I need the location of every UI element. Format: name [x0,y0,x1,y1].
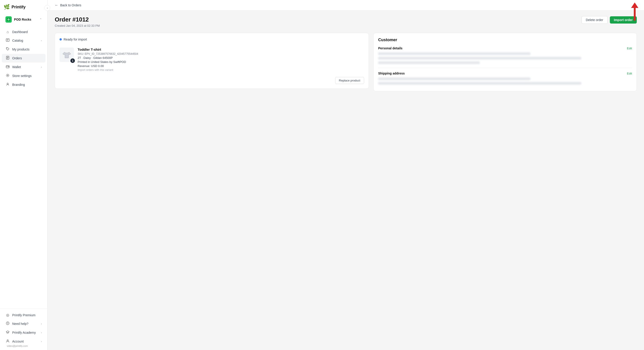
sidebar-item-store-settings[interactable]: Store settings [2,72,46,80]
sidebar-item-label: Wallet [12,65,39,69]
status-text: Ready for import [64,38,87,41]
chevron-right-icon: › [41,66,42,68]
sku-value: EPV_ID_7253897576632_42045775544504 [85,52,138,56]
account-icon [6,339,10,344]
chevron-right-icon: › [41,331,42,334]
main-content: ← Back to Orders Order #1012 Created Jan… [48,0,644,350]
page-created: Created Jan 04, 2023 at 02:33 PM [55,24,100,27]
svg-point-8 [6,322,9,325]
sidebar-item-label: Store settings [12,74,42,78]
academy-icon [6,330,10,335]
status-row: Ready for import [60,38,364,41]
store-chevron-icon: ⌃ [40,18,42,21]
content-area: Order #1012 Created Jan 04, 2023 at 02:3… [48,11,644,97]
chevron-right-icon: › [41,322,42,325]
store-icon [6,16,12,23]
sidebar-item-label: Dashboard [12,30,42,34]
chevron-right-icon: › [41,39,42,42]
chevron-right-icon: › [41,340,42,343]
premium-icon: ◎ [6,313,10,317]
personal-info-line-3 [378,61,480,64]
svg-point-6 [7,75,8,76]
personal-details-label: Personal details [378,47,402,50]
back-link-label: Back to Orders [60,4,81,7]
home-icon: ⌂ [6,30,10,34]
logo: 🌿 Printify [0,0,47,14]
personal-details-header: Personal details Edit [378,47,632,50]
back-arrow-icon: ← [55,3,58,7]
sidebar-item-printify-academy[interactable]: Printify Academy › [2,328,46,337]
logo-text: Printify [12,5,26,10]
sidebar-item-label: Catalog [12,39,39,42]
status-dot [60,38,62,41]
branding-icon [6,82,10,87]
header-actions: Delete order Import order [582,16,637,24]
sidebar-item-my-products[interactable]: My products [2,45,46,54]
help-icon [6,321,10,326]
delete-order-button[interactable]: Delete order [582,16,608,24]
sidebar: 🌿 Printify ‹ POD Rocks ⌃ ⌂ Dashboard Cat… [0,0,48,350]
shipping-address-header: Shipping address Edit [378,72,632,75]
product-name: Toddler T-shirt [78,48,364,51]
personal-details-edit-link[interactable]: Edit [627,47,632,50]
account-email: video@printify.com [7,344,47,348]
sku-label: SKU: [78,52,84,56]
sidebar-item-printify-premium[interactable]: ◎ Printify Premium [2,311,46,319]
import-order-button[interactable]: Import order [610,16,637,24]
top-bar: ← Back to Orders [48,0,644,11]
svg-point-7 [7,83,8,85]
settings-icon [6,74,10,78]
customer-title: Customer [378,38,632,42]
sidebar-collapse-button[interactable]: ‹ [44,5,50,11]
sidebar-item-orders[interactable]: Orders [2,54,46,63]
sidebar-item-dashboard[interactable]: ⌂ Dashboard [2,28,46,36]
svg-point-5 [8,67,9,67]
sidebar-item-label: Need help? [12,322,39,325]
product-sku: SKU: EPV_ID_7253897576632_42045775544504 [78,52,364,56]
store-selector[interactable]: POD Rocks ⌃ [2,14,46,25]
shipping-info-line-2 [378,82,581,85]
product-info: Toddler T-shirt SKU: EPV_ID_725389757663… [78,48,364,72]
sidebar-item-branding[interactable]: Branding [2,80,46,89]
sidebar-item-catalog[interactable]: Catalog › [2,36,46,45]
product-variant: 2T · Daisy · Gildan 64500P [78,56,364,60]
store-name: POD Rocks [14,18,37,21]
cards-row: Ready for import 1 Toddler T-shirt [55,33,637,91]
wallet-icon [6,65,10,69]
order-card: Ready for import 1 Toddler T-shirt [55,33,369,89]
customer-card: Customer Personal details Edit Shipping … [373,33,637,91]
replace-btn-row: Replace product [60,77,364,84]
page-title-section: Order #1012 Created Jan 04, 2023 at 02:3… [55,16,100,27]
page-header: Order #1012 Created Jan 04, 2023 at 02:3… [55,16,637,27]
product-revenue: Revenue: USD 0.00 [78,64,364,68]
orders-icon [6,56,10,61]
shipping-info-line-1 [378,77,530,80]
sidebar-item-need-help[interactable]: Need help? › [2,319,46,328]
svg-point-2 [7,48,7,49]
sidebar-item-label: Printify Premium [12,313,42,317]
sidebar-item-label: Printify Academy [12,331,39,334]
page-title: Order #1012 [55,16,100,23]
back-to-orders-link[interactable]: ← Back to Orders [55,3,81,7]
svg-point-10 [7,340,8,341]
main-nav: ⌂ Dashboard Catalog › My products Orders [0,27,47,308]
sidebar-item-wallet[interactable]: Wallet › [2,63,46,71]
product-row: 1 Toddler T-shirt SKU: EPV_ID_7253897576… [60,45,364,74]
product-quantity-badge: 1 [70,58,75,63]
svg-rect-1 [6,39,9,42]
sidebar-bottom: ◎ Printify Premium Need help? › Printify… [0,308,47,350]
sidebar-item-label: Branding [12,83,42,87]
tag-icon [6,47,10,52]
catalog-icon [6,38,10,43]
shipping-address-label: Shipping address [378,72,404,75]
personal-info-line-2 [378,57,581,60]
product-image-wrap: 1 [60,48,74,62]
product-import-note: Import orders with this variant [78,68,364,72]
replace-product-button[interactable]: Replace product [335,77,364,84]
personal-info-line-1 [378,52,530,55]
svg-point-9 [8,324,8,324]
shipping-address-edit-link[interactable]: Edit [627,72,632,75]
sidebar-item-label: My products [12,48,42,51]
logo-icon: 🌿 [4,4,10,10]
product-print-location: Printed in United States by SwiftPOD [78,60,364,64]
